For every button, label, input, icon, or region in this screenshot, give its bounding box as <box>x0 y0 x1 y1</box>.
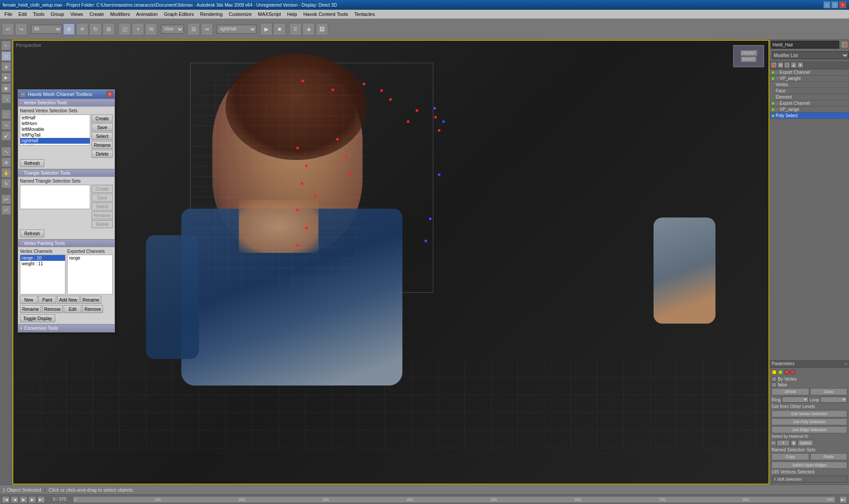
menu-graph-editors[interactable]: Graph Editors <box>161 11 197 18</box>
menu-maxscript[interactable]: MAXScript <box>255 11 283 18</box>
arc-rotate-btn[interactable]: ↻ <box>1 179 11 188</box>
select-object-button[interactable]: ⊕ <box>63 23 75 35</box>
list-item-leftHorn[interactable]: leftHorn <box>20 121 90 126</box>
timeline-end-button[interactable]: ▶| <box>839 496 847 503</box>
list-item-leftHalf[interactable]: leftHalf <box>20 115 90 121</box>
get-edge-selection-button[interactable]: Get Edge Selection <box>772 426 847 433</box>
menu-tentacles[interactable]: Tentacles <box>352 11 377 18</box>
viewport-3d[interactable]: FRONT RIGHT – Havok Mesh Channel Toolbox… <box>13 41 769 484</box>
nav-cube[interactable]: FRONT RIGHT <box>733 45 764 67</box>
modifier-element-sub[interactable]: Element <box>774 94 849 100</box>
params-collapse[interactable]: – <box>845 361 847 366</box>
lp-btn[interactable]: LP <box>1 205 11 215</box>
triangle-selection-list[interactable] <box>20 185 90 209</box>
list-item-rightHorn[interactable]: rightHorn <box>20 144 90 145</box>
layer-manager[interactable]: ☰ <box>289 23 302 35</box>
painting-edit-button[interactable]: Edit <box>64 305 81 313</box>
named-selection[interactable]: rightHalf <box>217 25 256 34</box>
window-controls[interactable]: – □ × <box>823 1 846 8</box>
zoom-region-btn[interactable]: ⊕ <box>1 157 11 167</box>
object-name-input[interactable] <box>771 41 839 49</box>
go-start-button[interactable]: |◀ <box>2 496 10 503</box>
menu-edit[interactable]: Edit <box>16 11 30 18</box>
modifier-vp-weight[interactable]: ▽ VP_weight ··· <box>770 76 849 82</box>
pan-view-btn[interactable]: ✋ <box>1 168 11 178</box>
material-editor[interactable]: ◈ <box>302 23 315 35</box>
redo-button[interactable]: ↪ <box>15 23 27 35</box>
undo-button[interactable]: ↩ <box>2 23 14 35</box>
rotate-button[interactable]: ↻ <box>89 23 102 35</box>
get-vertex-selection-button[interactable]: Get Vertex Selection <box>772 410 847 417</box>
vertex-channels-list[interactable]: range : 10 weight : 11 <box>20 255 65 294</box>
zoom-extents-btn[interactable]: ⤡ <box>1 147 11 157</box>
painting-rename-button[interactable]: Rename <box>20 305 41 313</box>
scale-button[interactable]: ⊞ <box>103 23 115 35</box>
copy-button[interactable]: Copy <box>772 453 809 460</box>
menu-rendering[interactable]: Rendering <box>198 11 226 18</box>
ignore-backfaces-checkbox[interactable] <box>772 382 776 387</box>
timeline-track[interactable]: 0100200300400500600700800900 <box>73 496 836 503</box>
color-dot-green[interactable] <box>778 370 783 375</box>
conversion-tools-footer[interactable]: + Conversion Tools <box>18 324 115 332</box>
material-id-select-btn[interactable]: Select <box>798 440 813 446</box>
get-poly-selection-button[interactable]: Get Poly Selection <box>772 418 847 425</box>
vertex-select-button[interactable]: Select <box>92 132 113 140</box>
stack-down-btn[interactable]: ▼ <box>797 62 803 68</box>
vertex-rename-button[interactable]: Rename <box>92 141 113 149</box>
dialog-close-button[interactable]: × <box>107 91 113 97</box>
channel-range[interactable]: range : 10 <box>20 255 65 261</box>
paint-select-btn[interactable]: 🖌 <box>1 131 11 141</box>
list-item-rightHalf[interactable]: rightHalf <box>20 138 90 144</box>
ring-spinner[interactable]: ▼ <box>782 397 809 403</box>
nav-front-label[interactable]: FRONT <box>741 50 757 56</box>
vertex-create-button[interactable]: Create <box>92 115 113 122</box>
vertex-refresh-button[interactable]: Refresh <box>20 159 44 167</box>
material-id-spinner[interactable]: ▼ <box>791 440 797 446</box>
menu-tools[interactable]: Tools <box>31 11 47 18</box>
list-item-leftPigTail[interactable]: leftPigTail <box>20 132 90 138</box>
painting-remove-button-right[interactable]: Remove <box>82 305 103 313</box>
add-new-button[interactable]: Add New <box>57 296 80 304</box>
menu-group[interactable]: Group <box>48 11 67 18</box>
render-button[interactable]: 🖼 <box>316 23 328 35</box>
color-dot-red2[interactable] <box>790 370 795 375</box>
menu-views[interactable]: Views <box>68 11 86 18</box>
play-button[interactable]: ▶ <box>260 23 272 35</box>
modify-tab[interactable]: ⊡ <box>1 51 11 61</box>
modifier-list-dropdown[interactable]: Modifier List <box>772 51 849 59</box>
pin-button[interactable]: 📌 <box>841 41 848 48</box>
minimize-button[interactable]: – <box>823 1 830 8</box>
soft-selection-button[interactable]: + Soft Selection <box>772 476 847 483</box>
angle-snap[interactable]: ⌖ <box>132 23 144 35</box>
utilities-tab[interactable]: 🔧 <box>1 94 11 103</box>
vertex-delete-button[interactable]: Delete <box>92 150 113 158</box>
modifier-poly-select[interactable]: Poly Select ··· <box>770 113 849 119</box>
modifier-face-sub[interactable]: Face <box>774 88 849 94</box>
next-frame-button[interactable]: ▶ <box>28 496 36 503</box>
conversion-tools-collapse[interactable]: + <box>20 326 23 331</box>
stack-up-btn[interactable]: ▲ <box>791 62 797 68</box>
material-id-input[interactable]: 1 <box>776 440 790 446</box>
color-dot-yellow[interactable] <box>772 370 777 375</box>
triangle-refresh-button[interactable]: Refresh <box>20 229 44 237</box>
reference-coord[interactable]: View World Local <box>161 25 184 34</box>
menu-customize[interactable]: Customize <box>226 11 254 18</box>
go-end-button[interactable]: ▶| <box>37 496 45 503</box>
modifier-export-channel-1[interactable]: ▷ Export Channel ··· <box>770 69 849 76</box>
close-button[interactable]: × <box>839 1 846 8</box>
exported-range[interactable]: range <box>68 255 112 261</box>
stop-button[interactable]: ■ <box>273 23 286 35</box>
painting-remove-button[interactable]: Remove <box>42 305 63 313</box>
lasso-select-btn[interactable]: ∿ <box>1 120 11 130</box>
motion-tab[interactable]: ▶ <box>1 73 11 82</box>
modifier-export-channel-2[interactable]: ▷ Export Channel ··· <box>770 100 849 107</box>
painting-rename-button-right[interactable]: Rename <box>80 296 102 304</box>
stack-delete-btn[interactable]: ✕ <box>784 62 790 68</box>
prev-frame-button[interactable]: ◀ <box>11 496 19 503</box>
grow-button[interactable]: Grow <box>810 388 848 395</box>
viewport-controls-btn[interactable]: VP <box>1 195 11 204</box>
create-tab[interactable]: + <box>1 41 11 50</box>
vertex-selection-list[interactable]: leftHalf leftHorn leftMovable leftPigTai… <box>20 115 90 145</box>
maximize-button[interactable]: □ <box>831 1 838 8</box>
painting-new-button[interactable]: New <box>20 296 38 304</box>
